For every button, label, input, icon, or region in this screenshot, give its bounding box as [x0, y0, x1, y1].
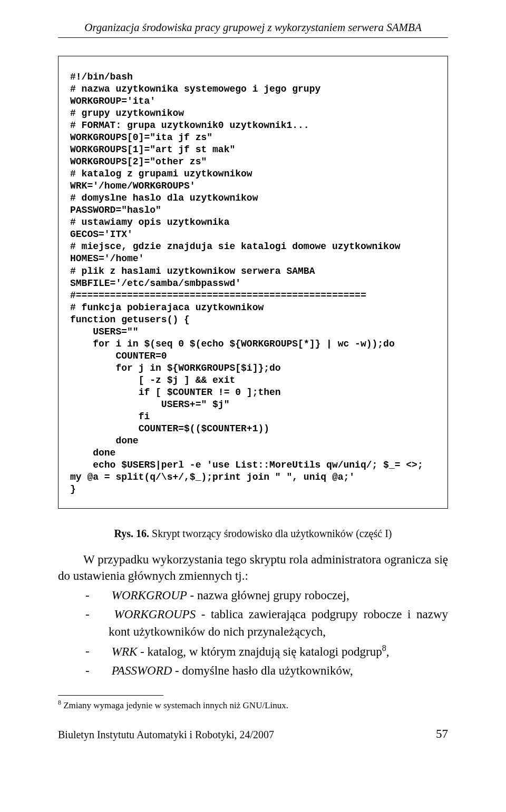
header-rule [58, 37, 448, 38]
page: Organizacja środowiska pracy grupowej z … [0, 0, 506, 812]
page-footer: Biuletyn Instytutu Automatyki i Robotyki… [58, 727, 448, 741]
term-workgroups: WORKGROUPS [114, 608, 196, 621]
code-listing: #!/bin/bash # nazwa uzytkownika systemow… [58, 56, 448, 509]
list-item-rest: - nazwa głównej grupy roboczej, [187, 589, 349, 602]
footnote-rule [58, 695, 163, 696]
term-workgroup: WORKGROUP [112, 589, 187, 602]
list-item-rest-after: , [386, 645, 390, 658]
list-item: PASSWORD - domyślne hasło dla użytkownik… [58, 662, 448, 679]
figure-label: Rys. 16. [114, 528, 150, 539]
list-item: WORKGROUPS - tablica zawierająca podgrup… [58, 606, 448, 640]
footnote-ref: 8 [382, 643, 386, 652]
list-item: WORKGROUP - nazwa głównej grupy roboczej… [58, 587, 448, 604]
variable-list: WORKGROUP - nazwa głównej grupy roboczej… [58, 587, 448, 679]
figure-caption: Rys. 16. Skrypt tworzący środowisko dla … [58, 528, 448, 540]
journal-info: Biuletyn Instytutu Automatyki i Robotyki… [58, 729, 274, 741]
footnote-text: Zmiany wymaga jedynie w systemach innych… [61, 700, 288, 710]
list-item: WRK - katalog, w którym znajdują się kat… [58, 642, 448, 660]
term-wrk: WRK [112, 645, 138, 658]
list-item-rest: - domyślne hasło dla użytkowników, [172, 664, 353, 677]
term-password: PASSWORD [112, 664, 172, 677]
footnote: 8 Zmiany wymaga jedynie w systemach inny… [58, 699, 448, 711]
list-item-rest-before: - katalog, w którym znajdują się katalog… [137, 645, 382, 658]
figure-caption-text: Skrypt tworzący środowisko dla użytkowni… [152, 528, 392, 539]
intro-paragraph: W przypadku wykorzystania tego skryptu r… [58, 551, 448, 584]
page-number: 57 [436, 727, 448, 741]
running-header: Organizacja środowiska pracy grupowej z … [58, 21, 448, 34]
